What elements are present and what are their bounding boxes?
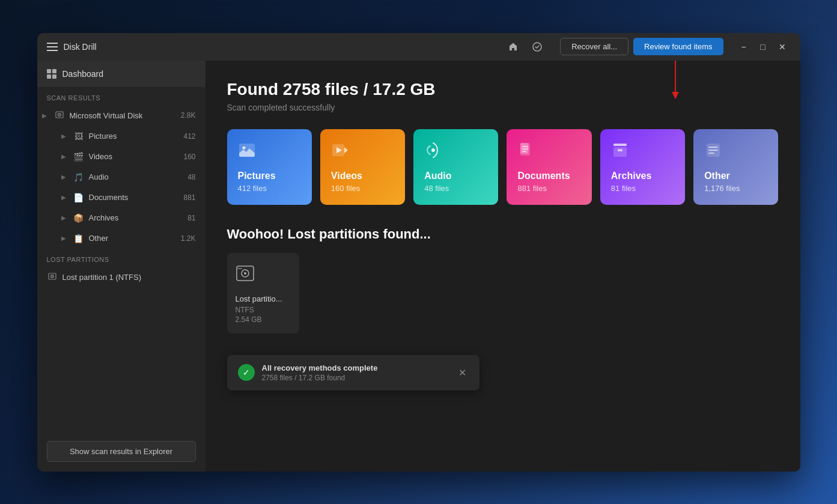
sidebar-item-lost-partition[interactable]: Lost partition 1 (NTFS) xyxy=(37,267,205,288)
documents-card-label: Documents xyxy=(517,171,580,181)
title-bar: Disk Drill Recover all... Review found i… xyxy=(37,33,800,61)
disk-icon xyxy=(54,111,65,121)
toast-notification: ✓ All recovery methods complete 2758 fil… xyxy=(227,355,479,390)
documents-icon: 📄 xyxy=(73,193,84,202)
main-content: Found 2758 files / 17.2 GB Scan complete… xyxy=(205,61,800,472)
scan-results-label: Scan results xyxy=(37,87,205,105)
audio-icon: 🎵 xyxy=(73,172,84,182)
toast-subtitle: 2758 files / 17.2 GB found xyxy=(262,374,449,382)
sidebar-item-virtual-disk[interactable]: ▶ Microsoft Virtual Disk 2.8K xyxy=(37,105,205,126)
expand-arrow: ▶ xyxy=(42,112,49,119)
card-pictures[interactable]: Pictures 412 files xyxy=(227,129,312,205)
lost-partition-card[interactable]: Lost partitio... NTFS 2.54 GB xyxy=(227,253,299,333)
documents-card-icon xyxy=(517,141,580,163)
card-documents[interactable]: Documents 881 files xyxy=(507,129,591,205)
sidebar-item-pictures[interactable]: ▶ 🖼 Pictures 412 xyxy=(37,126,205,147)
svg-rect-19 xyxy=(613,147,627,157)
other-card-count: 1,176 files xyxy=(704,184,767,193)
partition-icon xyxy=(47,272,58,282)
expand-arrow: ▶ xyxy=(61,235,68,241)
audio-count: 48 xyxy=(187,173,195,181)
other-icon: 📋 xyxy=(73,234,84,243)
pictures-count: 412 xyxy=(183,132,195,141)
app-window: Disk Drill Recover all... Review found i… xyxy=(37,33,800,472)
virtual-disk-count: 2.8K xyxy=(181,111,196,120)
sidebar-item-documents[interactable]: ▶ 📄 Documents 881 xyxy=(37,187,205,208)
partition-name: Lost partitio... xyxy=(236,294,291,303)
review-button[interactable]: Review found items xyxy=(633,38,723,55)
dashboard-icon xyxy=(47,69,56,79)
svg-marker-10 xyxy=(344,147,348,153)
pictures-card-count: 412 files xyxy=(238,184,301,193)
archives-card-count: 81 files xyxy=(611,184,674,193)
videos-card-count: 160 files xyxy=(331,184,394,193)
app-body: Dashboard Scan results ▶ Microsoft Virtu… xyxy=(37,61,800,472)
lost-partitions-title: Woohoo! Lost partitions found... xyxy=(227,226,779,242)
archives-icon: 📦 xyxy=(73,213,84,223)
other-count: 1.2K xyxy=(181,234,196,243)
lost-partitions-label: Lost partitions xyxy=(37,249,205,267)
archives-card-icon xyxy=(611,141,674,163)
videos-card-label: Videos xyxy=(331,171,394,181)
sidebar-item-other[interactable]: ▶ 📋 Other 1.2K xyxy=(37,228,205,249)
expand-arrow: ▶ xyxy=(61,194,68,201)
videos-icon: 🎬 xyxy=(73,152,84,162)
window-controls: − □ ✕ xyxy=(735,38,791,55)
svg-rect-18 xyxy=(613,144,627,146)
dashboard-label: Dashboard xyxy=(62,69,104,79)
card-audio[interactable]: Audio 48 files xyxy=(413,129,498,205)
audio-label: Audio xyxy=(89,172,183,181)
archives-card-label: Archives xyxy=(611,171,674,181)
close-button[interactable]: ✕ xyxy=(774,38,791,55)
sidebar-item-audio[interactable]: ▶ 🎵 Audio 48 xyxy=(37,167,205,187)
svg-point-8 xyxy=(242,146,245,149)
virtual-disk-label: Microsoft Virtual Disk xyxy=(70,111,176,120)
toast-check-icon: ✓ xyxy=(238,364,255,381)
svg-rect-20 xyxy=(618,149,622,151)
partition-size: 2.54 GB xyxy=(236,315,291,324)
toast-close-button[interactable]: ✕ xyxy=(456,365,469,381)
maximize-button[interactable]: □ xyxy=(755,38,772,55)
home-icon[interactable] xyxy=(505,38,522,55)
sidebar-item-videos[interactable]: ▶ 🎬 Videos 160 xyxy=(37,147,205,167)
other-card-icon xyxy=(704,141,767,163)
card-videos[interactable]: Videos 160 files xyxy=(320,129,405,205)
documents-count: 881 xyxy=(183,193,195,202)
checkmark-icon xyxy=(529,38,546,55)
app-title: Disk Drill xyxy=(64,42,97,52)
svg-point-27 xyxy=(244,272,246,275)
found-title: Found 2758 files / 17.2 GB xyxy=(227,80,779,99)
videos-count: 160 xyxy=(183,153,195,161)
pictures-card-label: Pictures xyxy=(238,171,301,181)
found-subtitle: Scan completed successfully xyxy=(227,103,779,112)
minimize-button[interactable]: − xyxy=(735,38,752,55)
videos-label: Videos xyxy=(89,152,179,161)
title-bar-left: Disk Drill xyxy=(47,42,97,52)
archives-count: 81 xyxy=(187,214,195,222)
expand-arrow: ▶ xyxy=(61,153,68,160)
pictures-card-icon xyxy=(238,141,301,163)
recover-button[interactable]: Recover all... xyxy=(560,38,629,55)
pictures-label: Pictures xyxy=(89,132,179,141)
title-bar-actions: Recover all... Review found items − □ ✕ xyxy=(505,38,790,55)
nav-icons xyxy=(505,38,546,55)
toast-title: All recovery methods complete xyxy=(262,363,449,372)
card-archives[interactable]: Archives 81 files xyxy=(600,129,685,205)
show-explorer-button[interactable]: Show scan results in Explorer xyxy=(47,441,196,462)
card-other[interactable]: Other 1,176 files xyxy=(693,129,778,205)
sidebar-item-dashboard[interactable]: Dashboard xyxy=(37,61,205,87)
expand-arrow: ▶ xyxy=(61,133,68,139)
annotation-arrow xyxy=(672,61,679,99)
expand-arrow: ▶ xyxy=(61,214,68,221)
expand-arrow: ▶ xyxy=(61,174,68,180)
pictures-icon: 🖼 xyxy=(73,132,84,141)
videos-card-icon xyxy=(331,141,394,163)
lost-partition-label: Lost partition 1 (NTFS) xyxy=(62,273,196,282)
menu-icon[interactable] xyxy=(47,43,58,51)
other-label: Other xyxy=(89,234,176,243)
sidebar-item-archives[interactable]: ▶ 📦 Archives 81 xyxy=(37,208,205,228)
sidebar: Dashboard Scan results ▶ Microsoft Virtu… xyxy=(37,61,205,472)
toast-text: All recovery methods complete 2758 files… xyxy=(262,363,449,382)
documents-card-count: 881 files xyxy=(517,184,580,193)
audio-card-icon xyxy=(424,141,487,163)
